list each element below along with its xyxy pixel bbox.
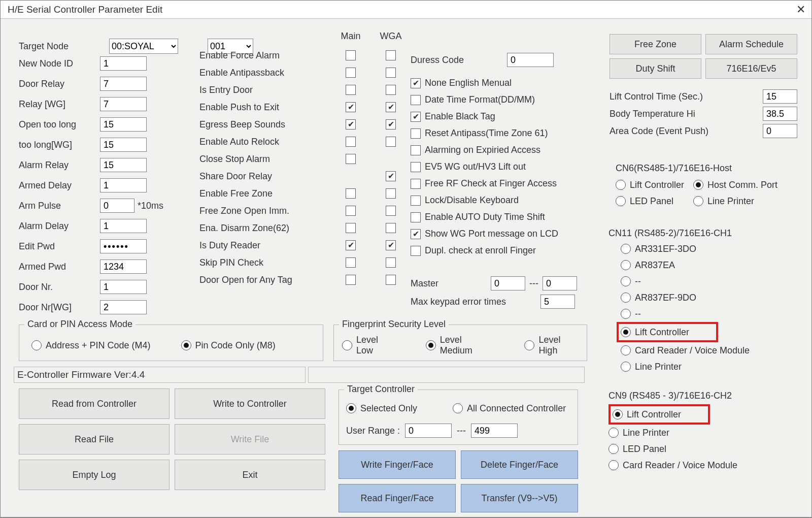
checkbox[interactable]: ✔ xyxy=(411,78,421,88)
finger-button[interactable]: Delete Finger/Face xyxy=(461,450,578,479)
checkbox-wga[interactable] xyxy=(386,50,396,60)
param-input[interactable] xyxy=(100,178,147,192)
checkbox[interactable] xyxy=(411,212,421,222)
checkbox-wga[interactable] xyxy=(386,188,396,199)
checkbox[interactable] xyxy=(411,196,421,206)
action-button: Write File xyxy=(175,424,325,455)
checkbox-main[interactable] xyxy=(346,50,356,60)
radio[interactable] xyxy=(621,345,631,355)
close-icon[interactable]: ✕ xyxy=(794,3,807,16)
action-button[interactable]: Read File xyxy=(19,424,170,455)
checkbox-wga[interactable] xyxy=(386,68,396,78)
param-input[interactable] xyxy=(100,138,147,152)
checkbox-main[interactable] xyxy=(346,223,356,233)
master-a-input[interactable] xyxy=(491,276,525,290)
top-button[interactable]: Alarm Schedule xyxy=(705,34,797,54)
checkbox-wga[interactable]: ✔ xyxy=(386,171,396,181)
checkbox[interactable]: ✔ xyxy=(411,112,421,122)
checkbox-main[interactable]: ✔ xyxy=(346,240,356,250)
action-button[interactable]: Read from Controller xyxy=(19,388,170,419)
radio[interactable] xyxy=(621,293,631,303)
radio[interactable] xyxy=(621,260,631,270)
checkbox-wga[interactable]: ✔ xyxy=(386,102,396,112)
checkbox-wga[interactable]: ✔ xyxy=(386,240,396,250)
param-input[interactable] xyxy=(100,97,147,111)
user-range-b[interactable] xyxy=(471,424,518,438)
checkbox-main[interactable]: ✔ xyxy=(346,119,356,130)
checkbox-main[interactable] xyxy=(346,275,356,285)
param-input[interactable] xyxy=(100,117,147,132)
master-b-input[interactable] xyxy=(543,276,577,290)
radio[interactable] xyxy=(621,327,631,337)
param-input[interactable] xyxy=(100,280,147,294)
right-param-input[interactable] xyxy=(763,107,797,121)
radio[interactable] xyxy=(608,460,619,470)
top-button[interactable]: Free Zone xyxy=(610,34,701,54)
top-button[interactable]: 716E16/Ev5 xyxy=(705,58,797,79)
checkbox[interactable] xyxy=(411,128,421,139)
radio[interactable] xyxy=(524,340,534,350)
radio[interactable] xyxy=(621,362,631,372)
radio[interactable] xyxy=(616,180,626,190)
checkbox-main[interactable] xyxy=(346,206,356,216)
finger-button[interactable]: Transfer (V9-->V5) xyxy=(461,484,578,512)
checkbox-wga[interactable]: ✔ xyxy=(386,119,396,130)
checkbox-wga[interactable] xyxy=(386,206,396,216)
param-input[interactable] xyxy=(100,219,147,233)
radio[interactable] xyxy=(621,244,631,254)
radio[interactable] xyxy=(31,340,42,350)
param-input[interactable] xyxy=(100,199,134,213)
checkbox[interactable] xyxy=(411,179,421,189)
target-node-select[interactable]: 00:SOYAL xyxy=(109,39,178,54)
checkbox-main[interactable]: ✔ xyxy=(346,102,356,112)
finger-button[interactable]: Write Finger/Face xyxy=(339,450,456,479)
finger-button[interactable]: Read Finger/Face xyxy=(339,484,456,512)
top-button[interactable]: Duty Shift xyxy=(610,58,701,79)
param-input[interactable] xyxy=(100,77,147,91)
checkbox[interactable] xyxy=(411,246,421,256)
radio[interactable] xyxy=(181,340,191,350)
action-button[interactable]: Empty Log xyxy=(19,460,170,490)
radio[interactable] xyxy=(608,444,619,454)
action-button[interactable]: Write to Controller xyxy=(175,388,325,419)
checkbox-main[interactable] xyxy=(346,85,356,95)
param-input[interactable] xyxy=(100,300,147,314)
checkbox[interactable] xyxy=(411,162,421,172)
checkbox-wga[interactable] xyxy=(386,85,396,95)
radio[interactable] xyxy=(693,196,703,206)
checkbox-wga[interactable] xyxy=(386,223,396,233)
radio[interactable] xyxy=(342,340,352,350)
checkbox[interactable]: ✔ xyxy=(411,229,421,239)
checkbox-main[interactable] xyxy=(346,137,356,147)
checkbox-main[interactable] xyxy=(346,68,356,78)
checkbox-wga[interactable] xyxy=(386,137,396,147)
duress-code-input[interactable] xyxy=(507,53,554,67)
radio[interactable] xyxy=(346,403,356,413)
checkbox-wga[interactable] xyxy=(386,275,396,285)
param-input[interactable] xyxy=(100,158,147,172)
action-button[interactable]: Exit xyxy=(175,460,325,490)
user-range-a[interactable] xyxy=(405,424,452,438)
radio[interactable] xyxy=(693,180,703,190)
right-param-input[interactable] xyxy=(763,89,797,104)
param-label: Relay [WG] xyxy=(19,99,100,110)
radio[interactable] xyxy=(621,276,631,286)
radio[interactable] xyxy=(621,309,631,319)
param-input[interactable] xyxy=(100,239,147,253)
checkbox-main[interactable] xyxy=(346,257,356,268)
checkbox-wga[interactable] xyxy=(386,257,396,268)
param-input[interactable] xyxy=(100,56,147,71)
checkbox-main[interactable] xyxy=(346,188,356,199)
param-input[interactable] xyxy=(100,260,147,274)
right-param-input[interactable] xyxy=(763,124,797,138)
radio[interactable] xyxy=(453,403,463,413)
checkbox[interactable] xyxy=(411,145,421,155)
param-label: Open too long xyxy=(19,119,100,130)
checkbox-main[interactable] xyxy=(346,154,356,164)
radio[interactable] xyxy=(613,409,623,419)
radio[interactable] xyxy=(608,428,619,438)
checkbox[interactable] xyxy=(411,95,421,105)
max-keypad-input[interactable] xyxy=(540,295,575,309)
radio[interactable] xyxy=(616,196,626,206)
radio[interactable] xyxy=(426,340,436,350)
